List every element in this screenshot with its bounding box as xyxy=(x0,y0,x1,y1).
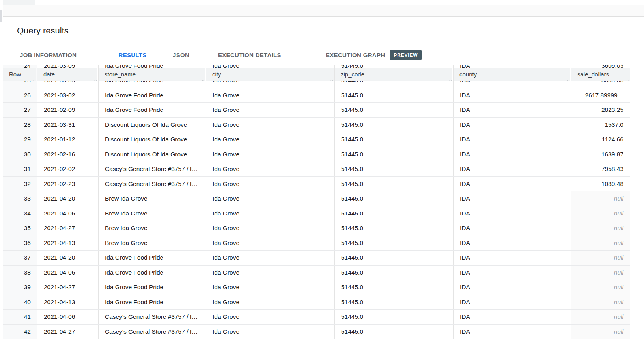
column-header-sale_dollars[interactable]: sale_dollars xyxy=(571,68,630,81)
cell-city: Ida Grove xyxy=(206,162,335,176)
cell-store_name: Brew Ida Grove xyxy=(99,221,206,236)
cell-date: 2021-01-12 xyxy=(37,132,99,147)
column-header-date[interactable]: date xyxy=(37,68,99,81)
column-header-zip_code[interactable]: zip_code xyxy=(335,68,454,81)
row-number-cell: 39 xyxy=(3,280,37,295)
cell-county: IDA xyxy=(454,310,571,324)
cell-date: 2021-04-20 xyxy=(37,191,99,206)
left-scrollbar-thumb[interactable] xyxy=(0,10,2,22)
cell-store_name: Casey's General Store #3757 / I… xyxy=(99,325,206,339)
column-header-city[interactable]: city xyxy=(206,68,335,81)
cell-store_name: Ida Grove Food Pride xyxy=(99,280,206,295)
column-header-inner: zip_code xyxy=(335,68,452,81)
column-resize-handle-icon[interactable] xyxy=(624,76,629,81)
query-results-panel: Query results JOB INFORMATION RESULTS JS… xyxy=(0,0,644,351)
cell-sale_dollars: null xyxy=(571,266,630,280)
cell-county: IDA xyxy=(454,177,571,191)
cell-city: Ida Grove xyxy=(206,147,335,162)
table-row: 312021-02-02Casey's General Store #3757 … xyxy=(3,162,630,177)
cell-date: 2021-02-16 xyxy=(37,147,99,162)
tab-label: JSON xyxy=(173,52,189,58)
column-resize-handle-icon[interactable] xyxy=(92,76,97,81)
results-table-viewport[interactable]: 242021-03-09Ida Grove Food PrideIda Grov… xyxy=(3,65,630,339)
cell-zip_code: 51445.0 xyxy=(335,310,454,324)
cell-city: Ida Grove xyxy=(206,266,335,280)
column-resize-handle-icon[interactable] xyxy=(31,76,35,81)
page-title: Query results xyxy=(17,17,69,45)
cell-city: Ida Grove xyxy=(206,251,335,265)
tab-json[interactable]: JSON xyxy=(173,46,189,65)
cell-county: IDA xyxy=(454,221,571,236)
cell-sale_dollars: 1124.66 xyxy=(571,132,630,147)
cell-store_name: Ida Grove Food Pride xyxy=(99,88,206,103)
column-resize-handle-icon[interactable] xyxy=(328,76,333,81)
cell-sale_dollars: 7958.43 xyxy=(571,162,630,176)
cell-store_name: Brew Ida Grove xyxy=(99,206,206,221)
left-scrollbar-rail xyxy=(0,0,3,351)
cell-sale_dollars: null xyxy=(571,280,630,295)
cell-county: IDA xyxy=(454,162,571,176)
cell-zip_code: 51445.0 xyxy=(335,295,454,310)
column-resize-handle-icon[interactable] xyxy=(200,76,204,81)
row-number-cell: 35 xyxy=(3,221,37,236)
table-row: 422021-04-27Casey's General Store #3757 … xyxy=(3,325,630,340)
tab-results[interactable]: RESULTS xyxy=(107,46,158,65)
cell-county: IDA xyxy=(454,147,571,162)
tab-job-information[interactable]: JOB INFORMATION xyxy=(20,46,77,65)
cell-date: 2021-02-09 xyxy=(37,103,99,117)
cell-zip_code: 51445.0 xyxy=(335,162,454,176)
cell-county: IDA xyxy=(454,103,571,117)
cell-zip_code: 51445.0 xyxy=(335,325,454,339)
column-header-label: Row xyxy=(9,71,21,78)
tab-execution-details[interactable]: EXECUTION DETAILS xyxy=(218,46,281,65)
table-row: 322021-02-23Casey's General Store #3757 … xyxy=(3,177,630,192)
cell-city: Ida Grove xyxy=(206,221,335,236)
table-row: 392021-04-27Ida Grove Food PrideIda Grov… xyxy=(3,280,630,295)
cell-zip_code: 51445.0 xyxy=(335,206,454,221)
cell-store_name: Casey's General Store #3757 / I… xyxy=(99,162,206,176)
column-header-inner: store_name xyxy=(99,68,205,81)
table-row: 352021-04-27Brew Ida GroveIda Grove51445… xyxy=(3,221,630,236)
cell-zip_code: 51445.0 xyxy=(335,132,454,147)
table-row: 362021-04-13Brew Ida GroveIda Grove51445… xyxy=(3,236,630,251)
cell-store_name: Discount Liquors Of Ida Grove xyxy=(99,147,206,162)
cell-county: IDA xyxy=(454,295,571,310)
panel-header: Query results xyxy=(3,17,644,45)
cell-store_name: Discount Liquors Of Ida Grove xyxy=(99,118,206,132)
cell-city: Ida Grove xyxy=(206,103,335,117)
tab-label: JOB INFORMATION xyxy=(20,52,77,58)
cell-date: 2021-02-02 xyxy=(37,162,99,176)
cell-city: Ida Grove xyxy=(206,88,335,103)
column-header-county[interactable]: county xyxy=(454,68,571,81)
row-number-cell: 27 xyxy=(3,103,37,117)
cell-date: 2021-04-06 xyxy=(37,266,99,280)
cell-date: 2021-03-02 xyxy=(37,88,99,103)
cell-sale_dollars: 1537.0 xyxy=(571,118,630,132)
table-row: 302021-02-16Discount Liquors Of Ida Grov… xyxy=(3,147,630,162)
cell-store_name: Brew Ida Grove xyxy=(99,236,206,251)
row-number-cell: 29 xyxy=(3,132,37,147)
toolbar-band xyxy=(3,5,644,17)
cell-county: IDA xyxy=(454,236,571,251)
row-number-cell: 34 xyxy=(3,206,37,221)
cell-city: Ida Grove xyxy=(206,310,335,324)
column-header-Row[interactable]: Row xyxy=(3,68,37,81)
table-row: 292021-01-12Discount Liquors Of Ida Grov… xyxy=(3,132,630,147)
table-row: 272021-02-09Ida Grove Food PrideIda Grov… xyxy=(3,103,630,118)
cell-county: IDA xyxy=(454,206,571,221)
tab-execution-graph[interactable]: EXECUTION GRAPH PREVIEW xyxy=(326,46,422,65)
cell-city: Ida Grove xyxy=(206,191,335,206)
cell-zip_code: 51445.0 xyxy=(335,103,454,117)
column-resize-handle-icon[interactable] xyxy=(565,76,569,81)
column-resize-handle-icon[interactable] xyxy=(447,76,452,81)
cell-city: Ida Grove xyxy=(206,177,335,191)
row-number-cell: 31 xyxy=(3,162,37,176)
cell-zip_code: 51445.0 xyxy=(335,118,454,132)
table-row: 382021-04-06Ida Grove Food PrideIda Grov… xyxy=(3,266,630,280)
cell-date: 2021-04-27 xyxy=(37,221,99,236)
tab-label: EXECUTION GRAPH xyxy=(326,46,385,65)
cell-zip_code: 51445.0 xyxy=(335,251,454,265)
column-header-store_name[interactable]: store_name xyxy=(99,68,206,81)
cell-date: 2021-04-27 xyxy=(37,280,99,295)
cell-sale_dollars: null xyxy=(571,251,630,265)
